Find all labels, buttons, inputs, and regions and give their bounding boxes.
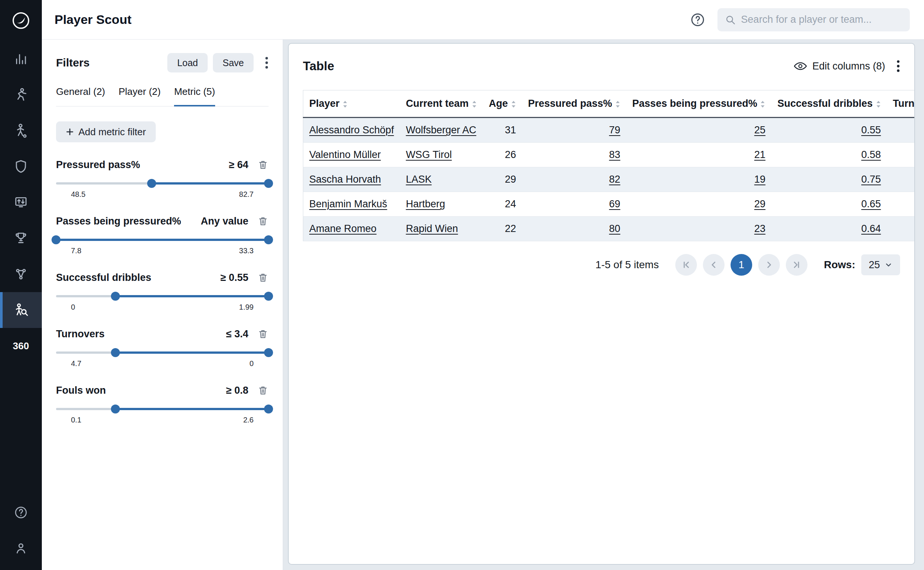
team-link[interactable]: Rapid Wien [406,223,458,234]
sidebar-item-trophy[interactable] [0,221,42,256]
metric-filter: Pressured pass% ≥ 64 [56,157,269,199]
next-page-button[interactable] [758,254,780,276]
sidebar-item-player-scout[interactable] [0,292,42,328]
slider-handle-min[interactable] [111,405,120,414]
sidebar-item-help[interactable] [0,495,42,530]
metric-value: ≥ 0.8 [226,385,248,396]
last-page-button[interactable] [786,254,808,276]
player-link[interactable]: Benjamin Markuš [309,198,387,210]
column-header-age[interactable]: Age [483,90,522,118]
column-header-current-team[interactable]: Current team [400,90,483,118]
slider-handle-min[interactable] [111,348,120,357]
load-button[interactable]: Load [167,53,208,72]
slider-handle-min[interactable] [111,292,120,301]
tab-metric[interactable]: Metric (5) [174,86,215,106]
previous-page-button[interactable] [703,254,725,276]
tab-player[interactable]: Player (2) [119,86,161,106]
stat-link[interactable]: 0.64 [861,223,881,234]
delete-filter-button[interactable] [257,385,269,396]
table-row: Amane Romeo Rapid Wien 22 80 23 0.64 1.2… [303,217,915,241]
range-slider[interactable] [56,178,269,188]
edit-columns-button[interactable]: Edit columns (8) [794,61,885,72]
stat-link[interactable]: 83 [609,149,620,160]
slider-handle-min[interactable] [147,179,156,188]
range-slider[interactable] [56,404,269,414]
stat-link[interactable]: 29 [754,198,765,210]
sidebar-item-tactics[interactable] [0,256,42,292]
first-page-button[interactable] [675,254,697,276]
stat-link[interactable]: 69 [609,198,620,210]
app-logo[interactable] [0,0,42,41]
range-slider[interactable] [56,347,269,358]
stat-link[interactable]: 0.55 [861,124,881,136]
slider-min-label: 0.1 [71,416,81,424]
player-link[interactable]: Amane Romeo [309,223,376,234]
current-page-button[interactable]: 1 [731,254,752,276]
stat-link[interactable]: 80 [609,223,620,234]
delete-filter-button[interactable] [257,272,269,283]
stat-link[interactable]: 19 [754,174,765,185]
runner-icon [13,87,29,103]
kebab-icon [896,60,900,72]
stat-link[interactable]: 0.75 [861,174,881,185]
metric-value: ≤ 3.4 [226,328,248,340]
column-header-passes-being-pressured[interactable]: Passes being pressured% [626,90,772,118]
filters-menu-button[interactable] [265,57,269,69]
shield-icon [13,159,29,175]
player-link[interactable]: Valentino Müller [309,149,381,160]
stat-link[interactable]: 25 [754,124,765,136]
player-link[interactable]: Sascha Horvath [309,174,381,185]
add-metric-filter-button[interactable]: Add metric filter [56,121,156,142]
header-help-button[interactable] [689,11,706,28]
column-header-player[interactable]: Player [303,90,400,118]
team-link[interactable]: LASK [406,174,432,185]
column-header-successful-dribbles[interactable]: Successful dribbles [771,90,887,118]
team-link[interactable]: Hartberg [406,198,445,210]
table-title: Table [303,59,334,73]
metric-name: Pressured pass% [56,159,140,171]
stat-link[interactable]: 23 [754,223,765,234]
top-header: Player Scout [42,0,924,40]
last-page-icon [791,260,802,270]
slider-handle-max[interactable] [264,292,273,301]
stat-link[interactable]: 21 [754,149,765,160]
slider-handle-min[interactable] [52,235,61,244]
team-link[interactable]: WSG Tirol [406,149,452,160]
slider-max-label: 2.6 [243,416,254,424]
sidebar-item-360[interactable]: 360 [0,328,42,364]
delete-filter-button[interactable] [257,159,269,170]
column-header-turnovers[interactable]: Turnovers [887,90,915,118]
range-slider[interactable] [56,234,269,245]
age-cell: 22 [483,217,522,241]
sort-icon [472,100,477,108]
search-input[interactable] [741,14,903,25]
sidebar-item-board[interactable] [0,184,42,221]
range-slider[interactable] [56,291,269,302]
team-link[interactable]: Wolfsberger AC [406,124,477,136]
sidebar-item-player[interactable] [0,113,42,149]
search-icon [725,14,736,26]
filters-panel: Filters Load Save General (2) Player (2)… [42,40,283,570]
delete-filter-button[interactable] [257,328,269,340]
save-button[interactable]: Save [213,53,254,72]
slider-handle-max[interactable] [264,348,273,357]
tab-general[interactable]: General (2) [56,86,105,106]
sidebar: 360 [0,0,42,570]
slider-handle-max[interactable] [264,405,273,414]
stat-link[interactable]: 0.58 [861,149,881,160]
slider-handle-max[interactable] [264,179,273,188]
sidebar-item-stats[interactable] [0,41,42,77]
stat-link[interactable]: 82 [609,174,620,185]
sidebar-item-shield[interactable] [0,149,42,184]
column-header-pressured-pass[interactable]: Pressured pass% [522,90,626,118]
sort-icon [615,100,620,108]
stat-link[interactable]: 0.65 [861,198,881,210]
delete-filter-button[interactable] [257,216,269,227]
sidebar-item-runner[interactable] [0,77,42,113]
player-link[interactable]: Alessandro Schöpf [309,124,394,136]
sidebar-item-profile[interactable] [0,530,42,566]
slider-handle-max[interactable] [264,235,273,244]
stat-link[interactable]: 79 [609,124,620,136]
rows-per-page-select[interactable]: 25 [861,254,900,275]
table-menu-button[interactable] [896,60,900,72]
